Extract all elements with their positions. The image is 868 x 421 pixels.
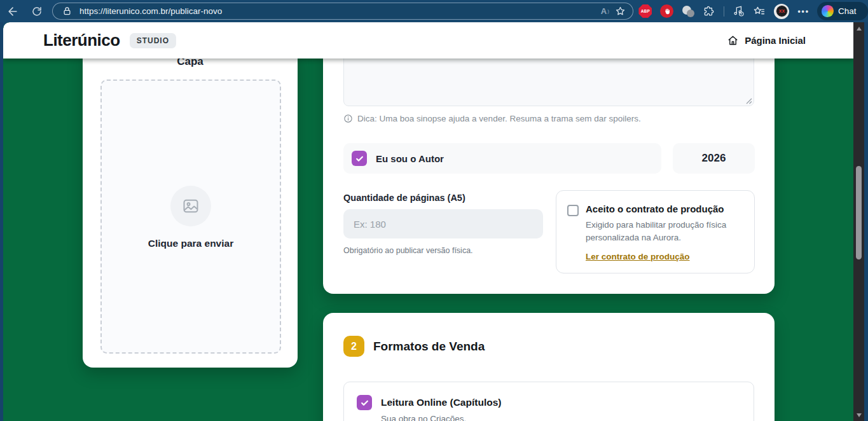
hand-icon bbox=[663, 8, 671, 15]
copilot-chat-button[interactable]: Chat bbox=[817, 2, 868, 20]
pages-helper-text: Obrigatório ao publicar versão física. bbox=[343, 246, 473, 255]
media-control-icon[interactable] bbox=[733, 5, 745, 17]
textarea-resize-handle[interactable] bbox=[745, 97, 752, 104]
contract-description: Exigido para habilitar produção física p… bbox=[586, 219, 746, 245]
favorite-star-icon[interactable] bbox=[612, 4, 628, 19]
check-icon bbox=[355, 154, 364, 163]
sale-formats-card: 2 Formatos de Venda Leitura Online (Capí… bbox=[323, 313, 775, 421]
home-icon bbox=[727, 34, 739, 46]
window-edge-left bbox=[0, 22, 3, 421]
home-nav-link[interactable]: Página Inicial bbox=[727, 34, 806, 46]
blocker-hand-extension-icon[interactable] bbox=[660, 4, 673, 18]
contract-box: Aceito o contrato de produção Exigido pa… bbox=[556, 190, 755, 273]
upload-icon-circle bbox=[170, 186, 211, 226]
cover-upload-dropzone[interactable]: Clique para enviar bbox=[100, 79, 281, 354]
extensions-area: ABP XX ••• bbox=[638, 4, 809, 19]
scroll-down-arrow-icon[interactable] bbox=[857, 413, 862, 417]
contract-checkbox[interactable] bbox=[567, 205, 579, 216]
copilot-icon bbox=[822, 5, 834, 17]
contract-title: Aceito o contrato de produção bbox=[586, 204, 724, 214]
refresh-icon bbox=[31, 6, 43, 17]
back-button[interactable] bbox=[4, 3, 22, 20]
gray-orb-extension-icon[interactable] bbox=[682, 4, 695, 18]
tip-text: Dica: Uma boa sinopse ajuda a vender. Re… bbox=[357, 114, 641, 123]
window-edge-right bbox=[864, 22, 868, 421]
formats-section-title: Formatos de Venda bbox=[373, 340, 485, 354]
info-icon bbox=[343, 114, 353, 123]
collections-star-icon[interactable] bbox=[753, 5, 766, 18]
online-reading-label: Leitura Online (Capítulos) bbox=[381, 397, 501, 408]
year-field[interactable]: 2026 bbox=[673, 143, 755, 174]
refresh-button[interactable] bbox=[28, 3, 46, 20]
image-placeholder-icon bbox=[182, 197, 200, 215]
toolbar-separator bbox=[724, 6, 724, 17]
author-checkbox[interactable] bbox=[352, 151, 367, 166]
check-icon bbox=[360, 398, 369, 408]
online-reading-option[interactable]: Leitura Online (Capítulos) Sua obra no C… bbox=[343, 382, 754, 421]
back-arrow-icon bbox=[6, 5, 19, 18]
page-viewport: Capa Clique para enviar Dica: Uma boa si… bbox=[3, 22, 864, 421]
contract-link[interactable]: Ler contrato de produção bbox=[586, 252, 690, 261]
pages-label: Quantidade de páginas (A5) bbox=[343, 193, 465, 203]
page-scrollbar[interactable] bbox=[853, 22, 864, 421]
pages-input[interactable] bbox=[343, 209, 543, 238]
synopsis-tip: Dica: Uma boa sinopse ajuda a vender. Re… bbox=[343, 114, 641, 123]
browser-window: https://literunico.com.br/publicar-novo … bbox=[0, 0, 868, 421]
adblock-extension-icon[interactable]: ABP bbox=[638, 4, 652, 18]
site-logo[interactable]: Literúnico bbox=[43, 31, 120, 50]
scrollbar-thumb[interactable] bbox=[856, 166, 862, 259]
book-details-card: Dica: Uma boa sinopse ajuda a vender. Re… bbox=[323, 22, 775, 294]
upload-label: Clique para enviar bbox=[102, 238, 280, 249]
scroll-up-arrow-icon[interactable] bbox=[857, 27, 862, 31]
browser-menu-button[interactable]: ••• bbox=[797, 7, 809, 16]
author-checkbox-label: Eu sou o Autor bbox=[376, 153, 444, 164]
online-reading-description: Sua obra no Criações. bbox=[381, 414, 466, 421]
chat-label: Chat bbox=[838, 6, 857, 16]
read-aloud-icon[interactable]: A) bbox=[597, 4, 612, 19]
home-link-label: Página Inicial bbox=[745, 35, 806, 46]
url-text: https://literunico.com.br/publicar-novo bbox=[79, 6, 597, 16]
lock-icon[interactable] bbox=[59, 4, 74, 19]
profile-avatar[interactable]: XX bbox=[774, 4, 789, 19]
step-number-badge: 2 bbox=[343, 336, 364, 357]
author-checkbox-row[interactable]: Eu sou o Autor bbox=[343, 143, 661, 174]
site-header: Literúnico STUDIO Página Inicial bbox=[3, 22, 853, 59]
avatar-text: XX bbox=[776, 5, 788, 17]
browser-toolbar: https://literunico.com.br/publicar-novo … bbox=[0, 0, 868, 22]
studio-badge: STUDIO bbox=[130, 33, 176, 48]
online-reading-checkbox[interactable] bbox=[357, 395, 372, 410]
extensions-puzzle-icon[interactable] bbox=[703, 5, 715, 17]
cover-card: Capa Clique para enviar bbox=[83, 46, 298, 368]
address-bar[interactable]: https://literunico.com.br/publicar-novo … bbox=[52, 3, 633, 20]
